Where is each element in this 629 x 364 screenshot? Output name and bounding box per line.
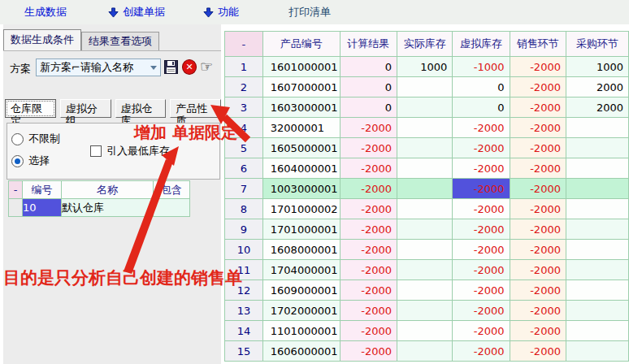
grid-cell-purchase[interactable]: [566, 280, 628, 301]
checkbox-icon[interactable]: [90, 145, 102, 157]
grid-cell-calc[interactable]: -2000: [340, 240, 397, 260]
scheme-combobox[interactable]: 新方案⌐请输入名称: [36, 58, 161, 76]
warehouse-code-cell[interactable]: 10: [23, 199, 62, 217]
grid-cell-sales[interactable]: -2000: [510, 77, 566, 98]
grid-row-number[interactable]: 10: [225, 240, 263, 260]
grid-cell-product[interactable]: 1604000001: [262, 158, 340, 179]
grid-cell-virtual[interactable]: -2000: [453, 321, 510, 341]
grid-cell-virtual[interactable]: -2000: [453, 158, 510, 179]
grid-cell-actual[interactable]: [397, 98, 452, 118]
grid-cell-purchase[interactable]: 2000: [566, 77, 628, 98]
grid-cell-sales[interactable]: -2000: [510, 199, 566, 219]
radio-select-label[interactable]: 选择: [28, 154, 50, 168]
grid-cell-calc[interactable]: 0: [340, 77, 397, 98]
grid-header-sales[interactable]: 销售环节: [510, 32, 566, 57]
warehouse-header-corner[interactable]: -: [9, 181, 23, 199]
grid-row-number[interactable]: 9: [225, 219, 263, 240]
grid-cell-virtual[interactable]: -2000: [453, 280, 510, 301]
grid-cell-virtual[interactable]: 0: [453, 98, 510, 118]
grid-cell-virtual[interactable]: 0: [453, 77, 510, 98]
warehouse-name-cell[interactable]: 默认仓库: [62, 199, 154, 217]
radio-selected-icon[interactable]: [11, 155, 24, 167]
grid-cell-actual[interactable]: [397, 158, 452, 179]
subtab-virtual-group[interactable]: 虚拟分组: [60, 99, 111, 118]
grid-cell-product[interactable]: 1101000001: [262, 321, 340, 341]
grid-cell-sales[interactable]: -2000: [510, 98, 566, 118]
grid-row-number[interactable]: 1: [225, 57, 263, 77]
radio-unlimited[interactable]: 不限制: [11, 132, 60, 146]
grid-row-number[interactable]: 3: [225, 98, 263, 118]
grid-cell-calc[interactable]: -2000: [340, 219, 397, 240]
grid-cell-calc[interactable]: -2000: [340, 260, 397, 280]
grid-cell-actual[interactable]: [397, 321, 452, 341]
grid-cell-actual[interactable]: [397, 118, 452, 138]
grid-header-product[interactable]: 产品编号: [262, 32, 340, 57]
grid-cell-calc[interactable]: -2000: [340, 280, 397, 301]
functions-button[interactable]: 功能: [203, 5, 239, 20]
grid-header-corner[interactable]: -: [225, 32, 263, 57]
radio-unlimited-label[interactable]: 不限制: [28, 132, 60, 146]
grid-cell-actual[interactable]: [397, 341, 452, 362]
grid-cell-purchase[interactable]: [566, 301, 628, 321]
grid-cell-sales[interactable]: -2000: [510, 240, 566, 260]
warehouse-header-include[interactable]: 包含: [154, 181, 190, 199]
grid-cell-virtual[interactable]: -2000: [453, 199, 510, 219]
grid-cell-sales[interactable]: -2000: [510, 280, 566, 301]
grid-cell-actual[interactable]: [397, 219, 452, 240]
grid-cell-virtual[interactable]: -2000: [453, 118, 510, 138]
create-voucher-button[interactable]: 创建单据: [108, 5, 165, 20]
grid-cell-calc[interactable]: -2000: [340, 118, 397, 138]
grid-cell-product[interactable]: 1701000002: [262, 199, 340, 219]
grid-cell-actual[interactable]: 1000: [397, 57, 452, 77]
grid-cell-virtual[interactable]: -2000: [453, 260, 510, 280]
grid-cell-actual[interactable]: [397, 301, 452, 321]
chevron-down-icon[interactable]: [147, 59, 160, 76]
grid-cell-sales[interactable]: -2000: [510, 321, 566, 341]
grid-cell-calc[interactable]: -2000: [340, 321, 397, 341]
grid-cell-product[interactable]: 1606000001: [262, 341, 340, 362]
print-list-button[interactable]: 打印清单: [288, 5, 331, 20]
grid-cell-product[interactable]: 1607000001: [262, 77, 340, 98]
grid-cell-virtual[interactable]: -2000: [453, 341, 510, 362]
grid-cell-calc[interactable]: 0: [340, 57, 397, 77]
grid-cell-product[interactable]: 1608000001: [262, 240, 340, 260]
checkbox-min-stock-label[interactable]: 引入最低库存: [106, 144, 170, 158]
grid-row-number[interactable]: 13: [225, 301, 263, 321]
grid-cell-product[interactable]: 1601000001: [262, 57, 340, 77]
grid-cell-actual[interactable]: [397, 77, 452, 98]
grid-cell-actual[interactable]: [397, 260, 452, 280]
grid-cell-sales[interactable]: -2000: [510, 219, 566, 240]
grid-cell-actual[interactable]: [397, 138, 452, 158]
grid-cell-virtual[interactable]: -1000: [453, 57, 510, 77]
grid-cell-actual[interactable]: [397, 199, 452, 219]
generate-data-button[interactable]: 生成数据: [24, 5, 67, 20]
delete-scheme-button[interactable]: ✕: [182, 59, 197, 74]
grid-cell-purchase[interactable]: [566, 158, 628, 179]
grid-cell-sales[interactable]: -2000: [510, 158, 566, 179]
subtab-virtual-warehouse[interactable]: 虚拟仓库: [115, 99, 167, 118]
checkbox-min-stock[interactable]: 引入最低库存: [90, 144, 170, 158]
grid-cell-purchase[interactable]: [566, 219, 628, 240]
grid-header-purchase[interactable]: 采购环节: [566, 32, 628, 57]
grid-cell-purchase[interactable]: [566, 260, 628, 280]
grid-cell-product[interactable]: 1704000001: [262, 260, 340, 280]
execute-button[interactable]: ☞: [199, 59, 214, 74]
grid-cell-sales[interactable]: -2000: [510, 57, 566, 77]
grid-cell-purchase[interactable]: [566, 321, 628, 341]
save-button[interactable]: [163, 59, 178, 74]
warehouse-header-name[interactable]: 名称: [62, 181, 154, 199]
grid-header-virtual[interactable]: 虚拟库存: [453, 32, 510, 57]
grid-cell-purchase[interactable]: [566, 240, 628, 260]
grid-cell-purchase[interactable]: [566, 138, 628, 158]
grid-cell-purchase[interactable]: [566, 199, 628, 219]
grid-cell-sales[interactable]: -2000: [510, 179, 566, 199]
grid-row-number[interactable]: 14: [225, 321, 263, 341]
grid-cell-actual[interactable]: [397, 280, 452, 301]
grid-header-calc[interactable]: 计算结果: [340, 32, 397, 57]
warehouse-row-indicator[interactable]: [9, 199, 23, 217]
subtab-product-property[interactable]: 产品性质: [170, 99, 221, 118]
warehouse-include-cell[interactable]: [154, 199, 190, 217]
grid-cell-calc[interactable]: -2000: [340, 138, 397, 158]
grid-cell-product[interactable]: 1701000001: [262, 219, 340, 240]
grid-cell-sales[interactable]: -2000: [510, 341, 566, 362]
